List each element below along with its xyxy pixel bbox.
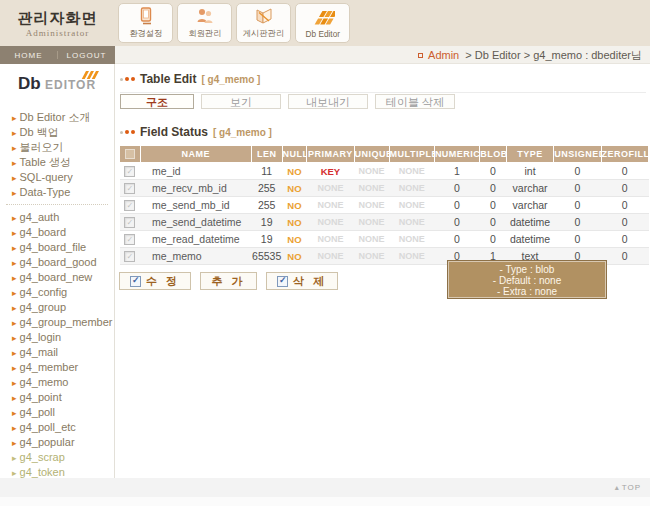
table-row: ✓me_read_datetime19NONONENONENONE00datet… — [120, 231, 649, 248]
column-header-unsigned: UNSIGNED — [554, 146, 601, 163]
arrow-bullet-icon: ▸ — [12, 453, 17, 463]
row-checkbox[interactable]: ✓ — [124, 251, 135, 262]
row-checkbox[interactable]: ✓ — [124, 166, 135, 177]
cell-type: varchar — [506, 197, 553, 214]
cell-primary: NONE — [307, 248, 354, 265]
tooltip-line: - Type : blob — [448, 264, 606, 275]
cell-numeric: 0 — [434, 180, 479, 197]
cell-primary: NONE — [307, 231, 354, 248]
row-checkbox[interactable]: ✓ — [124, 234, 135, 245]
nav-item-label: 게시판관리 — [243, 28, 284, 40]
nav-item-boards[interactable]: 게시판관리 — [236, 3, 291, 43]
sidebar-item-4[interactable]: ▸SQL-query — [0, 170, 114, 185]
sidebar-item-g4_login[interactable]: ▸g4_login — [6, 330, 108, 345]
sidebar-item-label: g4_token — [20, 466, 65, 478]
arrow-bullet-icon: ▸ — [12, 228, 17, 238]
cell-type: int — [506, 163, 553, 180]
nav-item-members[interactable]: 회원관리 — [177, 3, 232, 43]
sidebar-item-g4_group[interactable]: ▸g4_group — [6, 300, 108, 315]
logo-db-text: Db — [18, 74, 41, 93]
field-status-table: NAMELENNULLPRIMARYUNIQUEMULTIPLENUMERICB… — [119, 145, 649, 265]
sidebar-item-0[interactable]: ▸Db Editor 소개 — [0, 110, 114, 125]
tab-3[interactable]: 테이블 삭제 — [375, 94, 455, 109]
cell-primary: KEY — [307, 163, 354, 180]
arrow-bullet-icon: ▸ — [12, 438, 17, 448]
table-row: ✓me_send_mb_id255NONONENONENONE00varchar… — [120, 197, 649, 214]
arrow-bullet-icon: ▸ — [12, 393, 17, 403]
sidebar-item-5[interactable]: ▸Data-Type — [0, 185, 114, 200]
cell-unsigned: 0 — [554, 180, 601, 197]
sidebar-item-label: 불러오기 — [20, 141, 64, 153]
arrow-bullet-icon: ▸ — [12, 128, 17, 138]
select-all-checkbox[interactable] — [120, 146, 141, 163]
row-checkbox[interactable]: ✓ — [124, 217, 135, 228]
sidebar: Db EDITOR ▸Db Editor 소개▸Db 백업▸불러오기▸Table… — [0, 64, 115, 478]
column-header-len: LEN — [251, 146, 282, 163]
sidebar-item-g4_mail[interactable]: ▸g4_mail — [6, 345, 108, 360]
section-bullet-icon — [120, 130, 135, 134]
sidebar-item-g4_board_new[interactable]: ▸g4_board_new — [6, 270, 108, 285]
sidebar-table-list: ▸g4_auth▸g4_board▸g4_board_file▸g4_board… — [6, 204, 108, 506]
tab-0[interactable]: 구조 — [120, 94, 194, 109]
sidebar-item-2[interactable]: ▸불러오기 — [0, 140, 114, 155]
dbeditor-logo: Db EDITOR — [0, 74, 114, 100]
row-checkbox[interactable]: ✓ — [124, 200, 135, 211]
add-button[interactable]: 추 가 — [200, 272, 257, 290]
home-button[interactable]: HOME — [0, 51, 57, 60]
logo-slashes-icon — [80, 71, 100, 79]
logout-button[interactable]: LOGOUT — [58, 51, 115, 60]
column-header-numeric: NUMERIC — [434, 146, 479, 163]
cell-len: 19 — [251, 231, 282, 248]
sidebar-item-3[interactable]: ▸Table 생성 — [0, 155, 114, 170]
row-checkbox[interactable]: ✓ — [124, 183, 135, 194]
sidebar-item-label: g4_login — [20, 331, 62, 343]
sidebar-item-g4_memo[interactable]: ▸g4_memo — [6, 375, 108, 390]
section-bullet-icon — [120, 77, 135, 81]
admin-page: 관리자화면 Administrator 환경설정회원관리게시판관리Db Edit… — [0, 0, 650, 506]
edit-button-label: 수 정 — [146, 274, 180, 289]
nav-item-dbeditor[interactable]: Db Editor — [295, 3, 350, 43]
nav-item-config[interactable]: 환경설정 — [118, 3, 173, 43]
arrow-bullet-icon: ▸ — [12, 333, 17, 343]
cell-name: me_send_datetime — [140, 214, 251, 231]
edit-button[interactable]: 수 정 — [119, 272, 191, 290]
cell-unique: NONE — [354, 197, 389, 214]
cell-numeric: 0 — [434, 197, 479, 214]
cell-zerofill: 0 — [601, 214, 648, 231]
sidebar-item-1[interactable]: ▸Db 백업 — [0, 125, 114, 140]
sidebar-item-g4_board_file[interactable]: ▸g4_board_file — [6, 240, 108, 255]
logo-editor-text: EDITOR — [45, 78, 96, 92]
table-edit-tabs: 구조보기내보내기테이블 삭제 — [120, 92, 646, 108]
field-status-table-ref: [ g4_memo ] — [213, 127, 272, 138]
sidebar-item-g4_board[interactable]: ▸g4_board — [6, 225, 108, 240]
main-nav: 환경설정회원관리게시판관리Db Editor — [118, 3, 350, 43]
sidebar-item-g4_popular[interactable]: ▸g4_popular — [6, 435, 108, 450]
sidebar-item-g4_auth[interactable]: ▸g4_auth — [6, 210, 108, 225]
tab-2[interactable]: 내보내기 — [288, 94, 368, 109]
tab-1[interactable]: 보기 — [201, 94, 281, 109]
sidebar-item-g4_board_good[interactable]: ▸g4_board_good — [6, 255, 108, 270]
page-title: 관리자화면 — [0, 9, 115, 28]
cell-type: varchar — [506, 180, 553, 197]
cell-blob: 0 — [480, 197, 507, 214]
cell-type: datetime — [506, 214, 553, 231]
top-link[interactable]: TOP — [615, 483, 641, 492]
sidebar-item-g4_config[interactable]: ▸g4_config — [6, 285, 108, 300]
sidebar-item-g4_poll_etc[interactable]: ▸g4_poll_etc — [6, 420, 108, 435]
cell-len: 65535 — [251, 248, 282, 265]
column-header-multiple: MULTIPLE — [389, 146, 434, 163]
cell-blob: 0 — [480, 231, 507, 248]
sidebar-item-g4_poll[interactable]: ▸g4_poll — [6, 405, 108, 420]
sidebar-item-g4_point[interactable]: ▸g4_point — [6, 390, 108, 405]
sidebar-item-g4_scrap[interactable]: ▸g4_scrap — [6, 450, 108, 465]
column-header-type: TYPE — [506, 146, 553, 163]
sidebar-item-g4_member[interactable]: ▸g4_member — [6, 360, 108, 375]
sidebar-item-label: g4_poll — [20, 406, 55, 418]
sidebar-item-g4_group_member[interactable]: ▸g4_group_member — [6, 315, 108, 330]
sidebar-item-label: Db 백업 — [20, 126, 59, 138]
delete-button[interactable]: 삭 제 — [266, 272, 338, 290]
arrow-bullet-icon: ▸ — [12, 288, 17, 298]
breadcrumb-admin-link[interactable]: Admin — [428, 49, 459, 61]
checkbox-icon — [130, 276, 141, 287]
settings-icon — [137, 6, 155, 26]
